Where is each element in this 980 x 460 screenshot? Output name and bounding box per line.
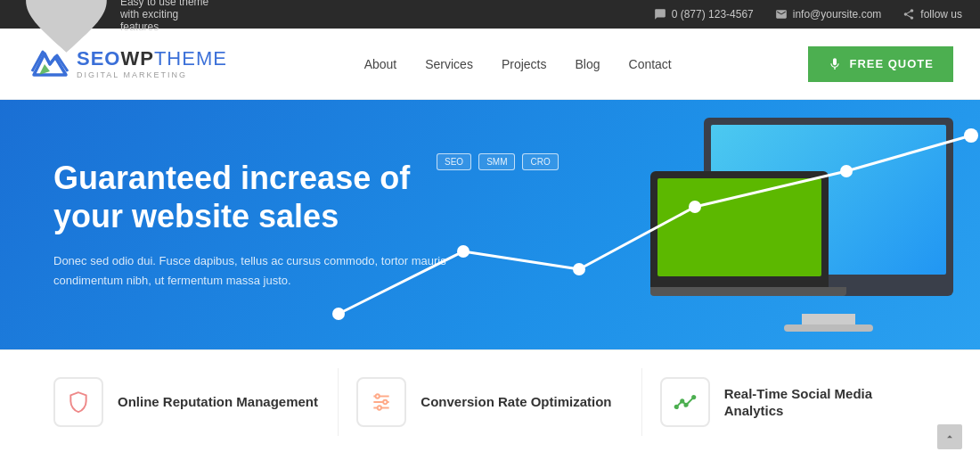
laptop-illustration [650, 171, 846, 314]
social-label: follow us [920, 8, 962, 21]
service-item-conversion[interactable]: Conversion Rate Optimization [339, 368, 641, 436]
monitor-base [784, 324, 873, 332]
service-text-analytics: Real-Time Social Media Analytics [724, 385, 927, 420]
chart-icon [674, 390, 697, 414]
laptop-screen-body [650, 171, 829, 287]
nav-services[interactable]: Services [425, 57, 473, 71]
hero-description: Donec sed odio dui. Fusce dapibus, tellu… [53, 251, 463, 291]
service-icon-shield-wrap [53, 377, 103, 427]
logo-icon [27, 46, 69, 82]
svg-point-12 [383, 400, 387, 404]
social-item[interactable]: follow us [902, 8, 962, 21]
tagline-text: Easy to use theme with exciting features [120, 0, 215, 33]
nav-blog[interactable]: Blog [575, 57, 600, 71]
logo-text: SEOWPTHEME DIGITAL MARKETING [77, 49, 227, 79]
service-text-conversion: Conversion Rate Optimization [421, 393, 611, 411]
logo[interactable]: SEOWPTHEME DIGITAL MARKETING [27, 46, 227, 82]
logo-seo: SEO [77, 47, 120, 70]
phone-number: 0 (877) 123-4567 [672, 8, 754, 21]
service-title-analytics: Real-Time Social Media Analytics [724, 385, 927, 420]
top-bar-contacts: 0 (877) 123-4567 info@yoursite.com follo… [654, 8, 962, 21]
shield-icon [67, 390, 90, 414]
share-icon [902, 8, 915, 21]
service-title-conversion: Conversion Rate Optimization [421, 393, 611, 411]
hero-content: Guaranteed increase of your website sale… [53, 159, 463, 292]
logo-wp: WP [120, 47, 153, 70]
nav-contact[interactable]: Contact [629, 57, 672, 71]
hero-title: Guaranteed increase of your website sale… [53, 159, 463, 235]
services-strip: Online Reputation Management Conversion … [0, 349, 980, 454]
email-address: info@yoursite.com [793, 8, 882, 21]
svg-point-11 [376, 394, 380, 398]
top-bar: Easy to use theme with exciting features… [0, 0, 980, 29]
quote-button-label: FREE QUOTE [849, 57, 934, 70]
service-item-analytics[interactable]: Real-Time Social Media Analytics [642, 368, 944, 436]
svg-marker-1 [39, 64, 50, 75]
logo-subtitle: DIGITAL MARKETING [77, 70, 227, 79]
phone-icon [654, 8, 666, 21]
sliders-icon [370, 390, 393, 414]
svg-point-13 [378, 406, 381, 409]
laptop-screen [657, 178, 821, 276]
free-quote-button[interactable]: FREE QUOTE [808, 46, 953, 82]
scroll-to-top-button[interactable] [937, 424, 962, 449]
email-item[interactable]: info@yoursite.com [775, 8, 882, 21]
svg-point-15 [681, 399, 683, 402]
nav-about[interactable]: About [364, 57, 397, 71]
mic-icon [828, 57, 842, 71]
badge-smm: SMM [478, 153, 515, 170]
svg-point-4 [573, 263, 585, 275]
service-text-reputation: Online Reputation Management [118, 393, 318, 411]
svg-point-16 [684, 404, 687, 407]
svg-point-14 [674, 406, 677, 408]
chevron-up-icon [943, 431, 956, 443]
svg-point-2 [332, 308, 345, 320]
phone-item[interactable]: 0 (877) 123-4567 [654, 8, 754, 21]
service-item-reputation[interactable]: Online Reputation Management [36, 368, 339, 436]
nav-projects[interactable]: Projects [502, 57, 547, 71]
logo-theme: THEME [154, 47, 227, 70]
svg-point-17 [692, 396, 695, 398]
service-icon-chart-wrap [660, 377, 710, 427]
email-icon [775, 8, 788, 21]
laptop-base [650, 287, 846, 296]
svg-point-7 [964, 128, 978, 143]
service-icon-sliders-wrap [356, 377, 406, 427]
main-nav: About Services Projects Blog Contact [364, 57, 672, 71]
service-title-reputation: Online Reputation Management [118, 393, 318, 411]
hero-section: Guaranteed increase of your website sale… [0, 100, 980, 349]
badge-cro: CRO [522, 153, 558, 170]
